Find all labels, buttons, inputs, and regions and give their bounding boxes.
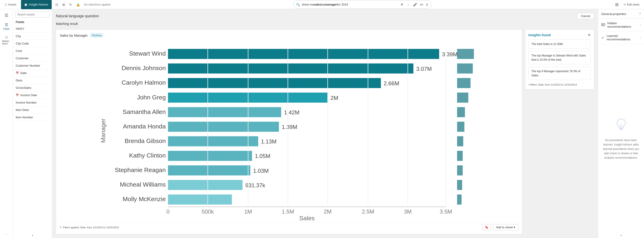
svg-text:Manager: Manager	[100, 119, 106, 143]
add-to-sheet-button[interactable]: Add to sheet ▾	[493, 224, 518, 231]
insight-text-2: The top Manager is Stewart Wind with Sal…	[532, 54, 586, 61]
svg-text:1.5M: 1.5M	[282, 209, 294, 215]
fields-list: %KEY City City Code Cost Customer Custom…	[13, 25, 52, 233]
svg-rect-43	[457, 194, 462, 205]
svg-rect-2	[168, 49, 439, 59]
cancel-button[interactable]: Cancel	[577, 13, 594, 19]
mic-icon[interactable]: 🎤	[412, 2, 418, 7]
chart-footer: ▽ Filters applied: Date: from 1/1/2014 t…	[60, 222, 518, 231]
svg-rect-24	[457, 122, 464, 132]
calendar-icon-date: 📅	[16, 71, 19, 74]
svg-text:Samantha Allen: Samantha Allen	[122, 108, 166, 115]
collapse-icon: ←	[5, 233, 8, 235]
svg-rect-16	[457, 92, 468, 103]
field-label-key: %KEY	[16, 27, 24, 30]
svg-text:1M: 1M	[244, 209, 252, 215]
svg-text:Stewart Wind: Stewart Wind	[129, 50, 166, 57]
expand-icon[interactable]: ⊞	[62, 2, 66, 7]
fields-panel: Fields %KEY City City Code Cost Customer…	[13, 9, 52, 238]
learned-recommendations-item[interactable]: ✓ Learned recommendations ›	[598, 31, 644, 44]
assets-label: Assets	[8, 3, 16, 6]
field-item-invoice-number[interactable]: Invoice Number	[13, 99, 52, 106]
grid-view-icon[interactable]: ⊞	[614, 1, 620, 8]
fields-nav-icon: ☰	[5, 22, 8, 27]
insights-filter: >Filters: Date: from 1/1/2014 to 12/31/2…	[528, 83, 591, 86]
query-part-3: by	[322, 3, 325, 6]
svg-text:0: 0	[166, 209, 170, 215]
insight-advisor-tab[interactable]: ◉ Insight Advisor	[21, 0, 52, 9]
refresh-icon[interactable]: ↻	[68, 2, 73, 7]
svg-point-64	[617, 119, 625, 127]
bar-chart-svg: Manager Stewart Wind 3.39M Dennis Johnso…	[60, 41, 518, 220]
field-item-item-number[interactable]: Item Number	[13, 114, 52, 121]
insight-card-2: The top Manager is Stewart Wind with Sal…	[528, 51, 591, 64]
hidden-rec-icon	[601, 23, 605, 27]
svg-text:2.66M: 2.66M	[384, 80, 399, 86]
toggle-sidebar-button[interactable]: ☰	[1, 11, 12, 20]
right-panel: General properties ? Hidden recommendati…	[598, 9, 644, 238]
query-part-5: for 2014	[337, 3, 348, 6]
field-item-item-desc[interactable]: Item Desc	[13, 106, 52, 114]
field-label-invoice-date: Invoice Date	[20, 93, 37, 97]
master-items-nav-label: Master items	[2, 40, 10, 45]
hidden-recommendations-item[interactable]: Hidden recommendations ›	[598, 19, 644, 31]
svg-rect-10	[168, 78, 381, 88]
field-label-gross-sales: GrossSales	[16, 86, 31, 89]
collapse-sidebar-button[interactable]: ←	[1, 231, 12, 238]
field-item-customer[interactable]: Customer	[13, 55, 52, 62]
lock-icon[interactable]: 🔒	[75, 2, 81, 7]
matching-result-label: Matching result	[56, 22, 594, 26]
field-label-city-code: City Code	[16, 42, 29, 45]
field-item-customer-number[interactable]: Customer Number	[13, 62, 52, 69]
clear-search-icon[interactable]: ✕	[400, 1, 404, 7]
scan-icon[interactable]: ⊡	[54, 2, 59, 7]
svg-text:1.03M: 1.03M	[253, 168, 268, 174]
field-item-cost[interactable]: Cost	[13, 47, 52, 55]
arrow-right-icon[interactable]: →	[406, 2, 411, 7]
field-item-date[interactable]: 📅 Date	[13, 69, 52, 77]
query-part-4: manager	[324, 3, 337, 6]
search-assets-container	[13, 9, 52, 19]
fields-nav-button[interactable]: ☰ Fields	[1, 21, 12, 32]
svg-text:2.5M: 2.5M	[362, 209, 374, 215]
field-item-gross-sales[interactable]: GrossSales	[13, 84, 52, 92]
svg-text:1.05M: 1.05M	[255, 153, 270, 159]
master-items-nav-button[interactable]: ◇ Master items	[1, 33, 12, 47]
scroll-down-indicator: ▾	[13, 233, 52, 238]
field-item-city[interactable]: City	[13, 32, 52, 40]
bookmark-button[interactable]: 🔖	[482, 224, 491, 231]
lang-select[interactable]: en	[419, 2, 424, 7]
svg-text:1.42M: 1.42M	[284, 109, 300, 116]
insights-title: Insights found	[528, 33, 550, 37]
assets-icon: ⬡	[4, 3, 7, 6]
fields-nav-label: Fields	[3, 28, 10, 30]
query-part-2: sales	[314, 3, 322, 6]
svg-text:1.39M: 1.39M	[282, 124, 297, 130]
search-assets-input[interactable]	[15, 11, 50, 17]
main-layout: ☰ ☰ Fields ◇ Master items ← Fields %KEY …	[0, 9, 644, 238]
svg-rect-20	[457, 107, 465, 117]
svg-text:Kathy Clinton: Kathy Clinton	[129, 152, 166, 159]
assets-button[interactable]: ⬡ Assets	[3, 2, 18, 7]
svg-text:500k: 500k	[202, 209, 214, 215]
svg-rect-26	[168, 136, 258, 146]
svg-rect-6	[168, 63, 414, 74]
insights-close-button[interactable]: ✕	[588, 33, 591, 37]
svg-text:2M: 2M	[330, 95, 338, 101]
field-label-customer-number: Customer Number	[16, 64, 40, 67]
info-icon[interactable]: ℹ	[426, 2, 428, 7]
field-item-invoice-date[interactable]: 📅 Invoice Date	[13, 92, 52, 99]
field-item-desc[interactable]: Desc	[13, 77, 52, 84]
svg-rect-36	[457, 165, 463, 176]
add-to-sheet-label: Add to sheet	[496, 226, 513, 229]
svg-text:1.13M: 1.13M	[261, 138, 276, 145]
field-item-key[interactable]: %KEY	[13, 25, 52, 32]
edit-sheet-button[interactable]: ✏ Edit sheet	[622, 2, 641, 7]
search-query-display[interactable]: show me sales by manager for 2014	[302, 3, 398, 6]
field-item-city-code[interactable]: City Code	[13, 40, 52, 47]
search-bar[interactable]: 🔍 show me sales by manager for 2014 ✕ → …	[293, 0, 432, 9]
svg-text:Dennis Johnson: Dennis Johnson	[122, 65, 166, 71]
chart-actions: 🔖 Add to sheet ▾	[482, 224, 518, 231]
help-icon[interactable]: ?	[639, 12, 641, 16]
edit-sheet-label: Edit sheet	[627, 3, 640, 6]
